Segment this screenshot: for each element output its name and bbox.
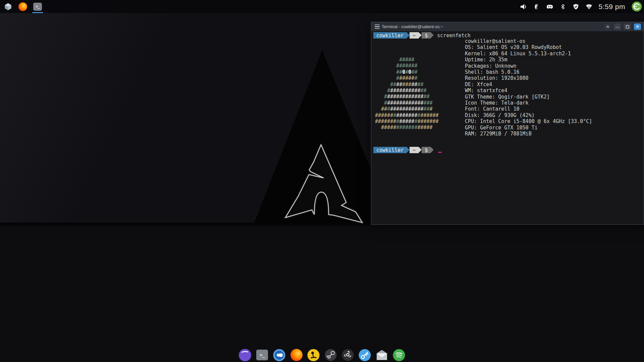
- window-title: Terminal - cowkiller@salient-os:~: [382, 24, 443, 29]
- ascii-art-line: ###############: [375, 94, 439, 100]
- powerline-arrow: [419, 32, 422, 38]
- powerline-arrow: [419, 147, 422, 153]
- info-line: OS: Salient OS v20.03 RowdyRobot: [465, 44, 592, 50]
- desktop: >_: [0, 0, 644, 362]
- dock-blue-toggle-app[interactable]: [273, 349, 286, 361]
- info-line: DE: Xfce4: [465, 81, 592, 87]
- ascii-art-line: #####: [375, 57, 439, 63]
- ascii-art-line: #################: [375, 124, 439, 130]
- dock-purple-orb-app[interactable]: [239, 349, 252, 361]
- dock-mail[interactable]: [376, 349, 388, 361]
- prompt-dir: ~: [410, 147, 419, 153]
- firefox-icon: [18, 2, 27, 11]
- info-line: Resolution: 644x362: [465, 75, 592, 81]
- prompt-symbol: $: [422, 147, 431, 153]
- clock[interactable]: 5:59 pm: [598, 3, 627, 11]
- info-line: WM: startxfce4: [465, 87, 592, 94]
- ascii-art-line: #############: [375, 87, 439, 94]
- terminal-icon: >_: [33, 3, 42, 11]
- shield-check-icon[interactable]: [572, 3, 580, 11]
- discord-icon[interactable]: [546, 3, 554, 11]
- prompt-user: cowkiller: [373, 147, 407, 153]
- ascii-art-line: ###########: [375, 81, 439, 87]
- dock-steam[interactable]: [324, 349, 337, 361]
- ascii-art-line: ##0#0##: [375, 69, 439, 75]
- shade-button[interactable]: [604, 23, 611, 30]
- arch-linux-logo: [280, 143, 364, 226]
- powerline-arrow: [407, 147, 410, 153]
- ascii-art-line: #####################: [375, 112, 439, 118]
- app-menu-button[interactable]: [2, 0, 14, 13]
- info-line: Uptime: 2h 35m: [465, 57, 592, 63]
- screenfetch-info: cowkiller@salient-osOS: Salient OS v20.0…: [465, 38, 592, 137]
- terminal-window: Terminal - cowkiller@salient-os:~ — ✕ co…: [371, 22, 644, 225]
- system-tray: 5:59 pm: [520, 0, 644, 13]
- ascii-art-line: #######: [375, 75, 439, 81]
- ascii-art-line: #####################: [375, 118, 439, 124]
- taskbar-terminal[interactable]: >_: [32, 0, 43, 13]
- info-line: CPU: Intel Core i5-8400 @ 6x 4GHz [33.0°…: [465, 118, 592, 124]
- dock-terminal[interactable]: >_: [256, 349, 269, 361]
- prompt-symbol: $: [422, 32, 431, 39]
- info-line: Font: Cantarell 10: [465, 106, 592, 112]
- ascii-art-line: ################: [375, 100, 439, 106]
- firefox-icon: [290, 349, 303, 361]
- command-text: screenfetch: [434, 32, 470, 39]
- maximize-button[interactable]: [624, 23, 631, 30]
- bluetooth-icon[interactable]: [559, 3, 567, 11]
- wifi-icon[interactable]: [585, 3, 593, 11]
- volume-icon[interactable]: [520, 3, 528, 11]
- dock: >_: [0, 349, 644, 361]
- wallpaper-lower-area: [0, 226, 644, 362]
- dock-obs-studio[interactable]: [341, 349, 354, 361]
- screenfetch-ascii-logo: ##### ####### ##0#0## ####### ##########…: [375, 57, 439, 131]
- powerline-arrow: [431, 147, 434, 153]
- minimize-button[interactable]: —: [614, 23, 621, 30]
- info-line: RAM: 2729MiB / 7881MiB: [465, 131, 592, 137]
- terminal-icon: >_: [256, 350, 268, 360]
- powerline-arrow: [431, 32, 434, 38]
- info-line: Packages: Unknown: [465, 63, 592, 69]
- info-line: GPU: GeForce GTX 1050 Ti: [465, 125, 592, 131]
- ascii-art-line: #######: [375, 63, 439, 69]
- window-menu-icon[interactable]: [375, 24, 380, 29]
- prompt-line-1: cowkiller ~ $ screenfetch: [373, 32, 471, 39]
- prompt-line-2: cowkiller ~ $: [373, 147, 442, 153]
- prompt-dir: ~: [410, 32, 419, 39]
- dock-spotify[interactable]: [393, 349, 406, 361]
- dock-firefox[interactable]: [290, 349, 303, 361]
- taskbar-firefox[interactable]: [17, 0, 29, 13]
- flame-icon[interactable]: [533, 3, 541, 11]
- session-power-icon[interactable]: [632, 1, 642, 12]
- dock-key-tool-app[interactable]: [359, 349, 371, 361]
- info-line: cowkiller@salient-os: [465, 38, 592, 44]
- info-line: Kernel: x86_64 Linux 5.5.13-arch2-1: [465, 51, 592, 57]
- cube-icon: [4, 2, 12, 11]
- window-controls: — ✕: [604, 23, 644, 30]
- ascii-art-line: #################: [375, 106, 439, 112]
- prompt-user: cowkiller: [373, 32, 407, 39]
- info-line: Disk: 366G / 930G (42%): [465, 112, 592, 118]
- taskbar: >_: [0, 0, 43, 13]
- info-line: Shell: bash 5.0.16: [465, 69, 592, 75]
- dock-joystick-games[interactable]: [307, 349, 320, 361]
- info-line: Icon Theme: Tela-dark: [465, 100, 592, 106]
- info-line: GTK Theme: Qogir-dark [GTK2]: [465, 94, 592, 100]
- top-panel: >_: [0, 0, 644, 13]
- terminal-cursor: [438, 152, 442, 153]
- terminal-content[interactable]: cowkiller ~ $ screenfetch cowkiller@sali…: [371, 32, 644, 224]
- titlebar[interactable]: Terminal - cowkiller@salient-os:~ — ✕: [371, 22, 644, 32]
- powerline-arrow: [407, 32, 410, 38]
- close-button[interactable]: ✕: [634, 23, 641, 30]
